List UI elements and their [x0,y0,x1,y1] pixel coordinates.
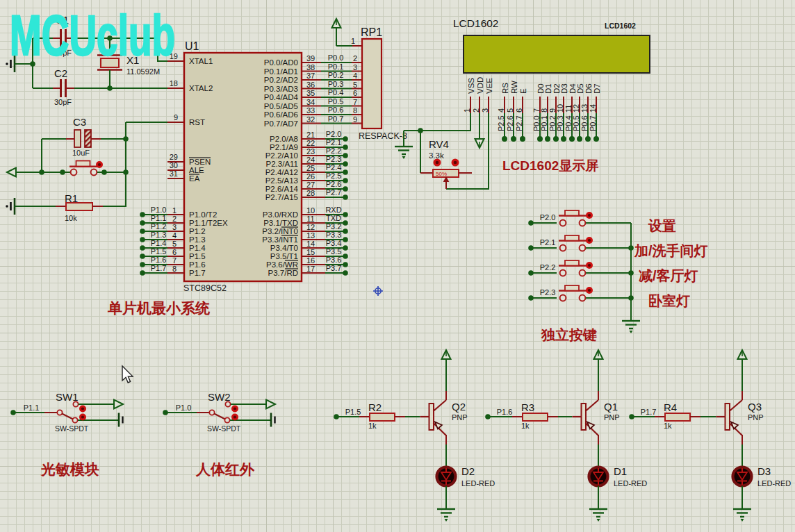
svg-text:P0.0: P0.0 [328,53,344,62]
svg-text:Q3: Q3 [748,401,762,413]
svg-text:15: 15 [306,248,315,256]
svg-text:P0.5/AD5: P0.5/AD5 [264,102,298,110]
svg-text:P0.6: P0.6 [580,115,589,131]
svg-text:P0.5: P0.5 [572,115,580,131]
svg-text:减/客厅灯: 减/客厅灯 [639,268,698,283]
svg-text:MCUclub: MCUclub [10,3,175,67]
svg-text:P3.1/TXD: P3.1/TXD [263,219,298,227]
svg-text:RXD: RXD [325,206,341,214]
svg-text:1: 1 [463,108,471,113]
svg-text:P0.3/AD3: P0.3/AD3 [264,85,298,93]
svg-text:P0.2/AD2: P0.2/AD2 [264,76,298,84]
svg-text:31: 31 [170,169,178,178]
svg-text:P3.6/WR: P3.6/WR [266,260,298,269]
svg-text:卧室灯: 卧室灯 [648,293,690,308]
svg-text:P0.6: P0.6 [328,106,344,114]
svg-text:P1.1: P1.1 [151,214,167,222]
svg-text:P3.7/RD: P3.7/RD [268,269,298,277]
svg-text:P3.4: P3.4 [326,239,342,247]
svg-text:P2.4: P2.4 [326,163,342,172]
svg-text:P1.4: P1.4 [189,244,206,252]
svg-text:17: 17 [306,265,315,273]
svg-text:PNP: PNP [452,413,468,422]
svg-text:1k: 1k [368,422,377,430]
svg-text:D3: D3 [757,465,771,477]
svg-text:8: 8 [353,106,357,115]
svg-text:10: 10 [556,104,564,113]
svg-text:4: 4 [172,231,177,240]
svg-text:RST: RST [189,118,205,126]
svg-text:29: 29 [170,153,178,161]
svg-text:P1.1/T2EX: P1.1/T2EX [189,219,228,227]
svg-text:P2.6: P2.6 [506,115,514,131]
svg-text:8: 8 [172,265,177,273]
svg-text:C3: C3 [73,116,86,128]
svg-text:LCD1602显示屏: LCD1602显示屏 [502,158,598,173]
svg-text:28: 28 [306,189,315,197]
svg-text:D1: D1 [544,83,552,94]
svg-text:7: 7 [353,98,357,106]
svg-text:P2.4/A12: P2.4/A12 [265,168,298,176]
svg-text:14: 14 [306,240,315,248]
svg-text:1k: 1k [664,422,672,430]
svg-text:2: 2 [472,108,480,113]
svg-text:6: 6 [353,89,357,97]
svg-text:P2.7: P2.7 [515,115,523,131]
svg-text:P0.7/AD7: P0.7/AD7 [264,119,298,128]
svg-text:37: 37 [306,72,315,80]
svg-text:P0.7: P0.7 [589,115,597,131]
svg-text:P3.5/T1: P3.5/T1 [270,252,298,260]
svg-text:P3.2: P3.2 [326,222,342,231]
svg-text:30: 30 [170,161,178,169]
svg-text:TXD: TXD [326,214,341,222]
svg-text:1k: 1k [521,422,530,430]
svg-text:P0.0/AD0: P0.0/AD0 [264,58,298,67]
svg-text:RS: RS [501,83,509,94]
svg-text:38: 38 [306,63,315,72]
svg-text:50%: 50% [436,171,447,177]
svg-text:21: 21 [306,131,315,139]
svg-text:23: 23 [306,147,315,156]
svg-text:P3.3/INT1: P3.3/INT1 [262,235,298,244]
svg-text:P0.1: P0.1 [328,63,344,71]
svg-text:4: 4 [497,108,505,113]
svg-text:PNP: PNP [748,413,764,422]
svg-text:P0.4/AD4: P0.4/AD4 [264,93,299,101]
svg-text:RW: RW [510,81,518,94]
svg-text:P0.4: P0.4 [328,88,344,97]
svg-text:5: 5 [506,108,514,113]
svg-text:LCD1602: LCD1602 [453,17,499,29]
svg-text:D2: D2 [461,465,475,477]
svg-text:单片机最小系统: 单片机最小系统 [107,300,211,316]
svg-text:32: 32 [306,115,315,124]
svg-text:P1.0: P1.0 [176,404,192,412]
svg-text:P1.3: P1.3 [151,231,167,239]
svg-text:R4: R4 [664,401,677,413]
svg-text:R1: R1 [65,192,78,204]
svg-text:P2.0/A8: P2.0/A8 [270,135,298,143]
svg-text:P2.5: P2.5 [326,172,342,180]
svg-text:XTAL2: XTAL2 [189,84,213,92]
svg-text:P2.0: P2.0 [540,213,556,222]
svg-text:Q2: Q2 [452,401,466,413]
svg-text:P2.1: P2.1 [326,138,342,147]
svg-text:LCD1602: LCD1602 [605,22,636,30]
svg-text:P1.7: P1.7 [189,269,206,277]
svg-text:5: 5 [172,240,177,248]
svg-text:27: 27 [306,181,315,189]
svg-text:P2.1: P2.1 [540,238,556,247]
svg-text:P2.6/A14: P2.6/A14 [265,185,299,193]
svg-text:U1: U1 [185,40,199,52]
svg-text:SW1: SW1 [56,391,79,403]
svg-text:ALE: ALE [189,166,204,174]
svg-text:P1.7: P1.7 [151,264,167,272]
svg-text:P0.3: P0.3 [556,115,564,131]
svg-text:8: 8 [540,108,548,113]
svg-text:设置: 设置 [648,218,676,233]
svg-text:13: 13 [306,231,315,240]
svg-text:9: 9 [174,113,178,122]
svg-text:D7: D7 [593,83,601,94]
svg-text:P0.1: P0.1 [540,115,548,131]
svg-text:P1.6: P1.6 [151,256,167,264]
svg-text:P3.2/INT0: P3.2/INT0 [262,227,298,235]
